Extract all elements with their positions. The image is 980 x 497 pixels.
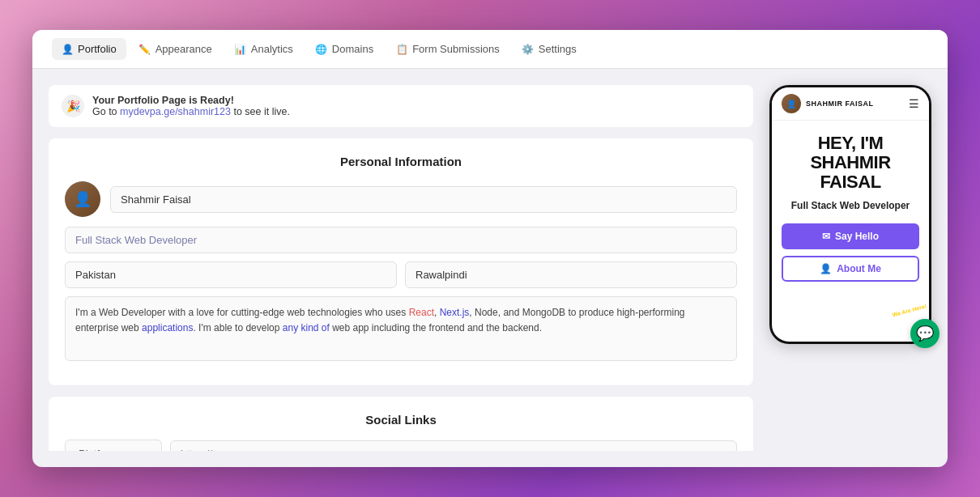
platform-select[interactable]: Platform Github Twitter LinkedIn bbox=[65, 440, 162, 451]
envelope-icon: ✉ bbox=[822, 231, 830, 242]
nav-item-domains[interactable]: 🌐 Domains bbox=[306, 38, 383, 60]
nav-item-analytics[interactable]: 📊 Analytics bbox=[225, 38, 303, 60]
bio-row: I'm a Web Developer with a love for cutt… bbox=[65, 296, 737, 361]
chat-widget-area: We Are Here! 💬 bbox=[879, 308, 944, 356]
phone-header: 👤 SHAHMIR FAISAL ☰ bbox=[772, 87, 929, 121]
appearance-icon: ✏️ bbox=[139, 44, 151, 55]
portfolio-link[interactable]: mydevpa.ge/shahmir123 bbox=[120, 106, 231, 117]
phone-menu-icon[interactable]: ☰ bbox=[909, 97, 919, 110]
nav-item-appearance[interactable]: ✏️ Appearance bbox=[130, 38, 222, 60]
avatar: 👤 bbox=[65, 181, 100, 217]
social-links-card: Social Links Platform Github Twitter Lin… bbox=[49, 397, 753, 451]
settings-icon: ⚙️ bbox=[522, 44, 534, 55]
social-links-title: Social Links bbox=[65, 413, 737, 427]
banner-text: Your Portfolio Page is Ready! Go to myde… bbox=[92, 95, 290, 117]
phone-subtitle: Full Stack Web Developer bbox=[782, 199, 919, 213]
phone-body: HEY, I'M SHAHMIR FAISAL Full Stack Web D… bbox=[772, 121, 929, 295]
social-add-row: Platform Github Twitter LinkedIn bbox=[65, 440, 737, 451]
city-input[interactable] bbox=[405, 261, 737, 288]
title-field-row bbox=[65, 227, 737, 253]
phone-hero-text: HEY, I'M SHAHMIR FAISAL bbox=[782, 134, 919, 193]
say-hello-button[interactable]: ✉ Say Hello bbox=[782, 223, 919, 249]
url-input[interactable] bbox=[170, 440, 737, 451]
phone-container: 👤 SHAHMIR FAISAL ☰ HEY, I'M SHAHMIR FAIS… bbox=[769, 85, 931, 344]
domains-icon: 🌐 bbox=[316, 44, 327, 55]
chat-widget-button[interactable]: 💬 bbox=[910, 319, 940, 348]
phone-name: SHAHMIR FAISAL bbox=[806, 100, 874, 108]
title-input[interactable] bbox=[65, 227, 737, 253]
nav-item-portfolio[interactable]: 👤 Portfolio bbox=[52, 38, 126, 60]
nav-item-form-submissions[interactable]: 📋 Form Submissions bbox=[386, 38, 509, 60]
personal-info-card: Personal Information 👤 bbox=[49, 138, 753, 385]
bio-text[interactable]: I'm a Web Developer with a love for cutt… bbox=[65, 296, 737, 361]
form-icon: 📋 bbox=[396, 44, 407, 55]
phone-mockup: 👤 SHAHMIR FAISAL ☰ HEY, I'M SHAHMIR FAIS… bbox=[769, 85, 931, 344]
app-window: 👤 Portfolio ✏️ Appearance 📊 Analytics 🌐 … bbox=[32, 30, 948, 467]
person-icon: 👤 bbox=[820, 263, 832, 274]
nav-item-settings[interactable]: ⚙️ Settings bbox=[513, 38, 586, 60]
left-panel: 🎉 Your Portfolio Page is Ready! Go to my… bbox=[49, 85, 753, 451]
portfolio-icon: 👤 bbox=[62, 44, 73, 55]
location-row bbox=[65, 261, 737, 288]
success-banner: 🎉 Your Portfolio Page is Ready! Go to my… bbox=[49, 85, 753, 127]
name-input[interactable] bbox=[110, 186, 737, 213]
analytics-icon: 📊 bbox=[235, 44, 246, 55]
avatar-row: 👤 bbox=[65, 181, 737, 217]
phone-avatar: 👤 bbox=[782, 94, 801, 113]
avatar-image: 👤 bbox=[65, 181, 100, 217]
country-input[interactable] bbox=[65, 261, 397, 288]
content-area: 🎉 Your Portfolio Page is Ready! Go to my… bbox=[32, 69, 948, 467]
chat-widget-container: We Are Here! 💬 bbox=[879, 308, 944, 356]
about-me-button[interactable]: 👤 About Me bbox=[782, 256, 919, 282]
right-panel: 👤 SHAHMIR FAISAL ☰ HEY, I'M SHAHMIR FAIS… bbox=[769, 85, 931, 451]
personal-info-title: Personal Information bbox=[65, 155, 737, 168]
banner-icon: 🎉 bbox=[62, 95, 84, 117]
phone-header-left: 👤 SHAHMIR FAISAL bbox=[782, 94, 874, 113]
nav-bar: 👤 Portfolio ✏️ Appearance 📊 Analytics 🌐 … bbox=[32, 30, 948, 69]
